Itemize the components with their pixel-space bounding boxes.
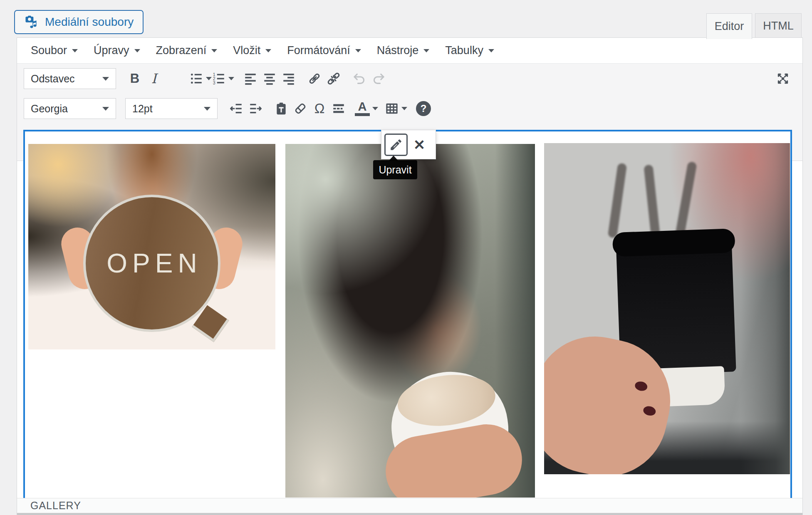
help-button[interactable]: ?: [414, 98, 433, 119]
outdent-button[interactable]: [227, 98, 246, 119]
bold-button[interactable]: B: [125, 68, 144, 89]
edit-tooltip: Upravit: [373, 160, 417, 179]
text-color-icon: A: [355, 101, 370, 116]
indent-button[interactable]: [246, 98, 265, 119]
tab-editor-label: Editor: [715, 20, 744, 33]
toolbar-separator: [348, 109, 355, 109]
menu-format[interactable]: Formátování: [279, 44, 369, 57]
gallery-image-cup-window[interactable]: [544, 143, 790, 474]
font-family-select[interactable]: Georgia: [24, 98, 116, 119]
open-sign-tail: [192, 305, 229, 342]
font-size-select[interactable]: 12pt: [125, 98, 218, 119]
menu-view[interactable]: Zobrazení: [148, 44, 225, 57]
italic-button[interactable]: I: [144, 68, 163, 89]
remove-gallery-button[interactable]: ✕: [408, 134, 431, 156]
gallery-image-open-sign[interactable]: OPEN: [28, 144, 275, 349]
svg-text:3: 3: [213, 80, 215, 85]
paste-as-text-button[interactable]: [272, 98, 291, 119]
special-char-button[interactable]: Ω: [310, 98, 329, 119]
text-color-button[interactable]: A: [355, 98, 378, 119]
bullet-list-button[interactable]: [189, 68, 212, 89]
align-center-icon: [262, 72, 277, 86]
align-left-icon: [243, 72, 257, 86]
help-icon: ?: [416, 101, 431, 116]
cream-shape: [395, 370, 498, 431]
open-sign-circle: OPEN: [83, 195, 220, 332]
menu-edit-label: Úpravy: [94, 44, 129, 57]
resize-handle[interactable]: [17, 513, 802, 515]
chevron-down-icon: [211, 49, 217, 52]
read-more-icon: [332, 102, 346, 116]
menu-file[interactable]: Soubor: [23, 44, 86, 57]
indent-icon: [248, 102, 262, 116]
toolbar-row-2: Georgia 12pt: [17, 94, 802, 124]
align-right-button[interactable]: [279, 68, 298, 89]
menu-insert[interactable]: Vložit: [225, 44, 279, 57]
eraser-icon: [293, 102, 307, 116]
menu-tables[interactable]: Tabulky: [437, 44, 502, 57]
menu-edit[interactable]: Úpravy: [86, 44, 148, 57]
add-media-button[interactable]: Mediální soubory: [14, 10, 144, 34]
redo-button[interactable]: [369, 68, 388, 89]
classic-editor: Soubor Úpravy Zobrazení Vložit Formátová…: [17, 37, 803, 515]
chevron-down-icon: [72, 49, 78, 52]
font-size-value: 12pt: [132, 103, 153, 115]
menu-file-label: Soubor: [31, 44, 67, 57]
font-family-value: Georgia: [31, 103, 68, 115]
fullscreen-icon: [776, 72, 790, 86]
chevron-down-icon: [206, 77, 212, 80]
menu-format-label: Formátování: [287, 44, 350, 57]
wpview-toolbar: ✕: [381, 130, 436, 159]
nail-shape: [642, 405, 656, 417]
read-more-button[interactable]: [329, 98, 348, 119]
undo-icon: [352, 72, 366, 86]
fog-streak: [675, 161, 697, 238]
chevron-down-icon: [265, 49, 271, 52]
blockquote-icon: “: [166, 72, 180, 86]
tooltip-label: Upravit: [379, 164, 411, 176]
unlink-button[interactable]: [324, 68, 343, 89]
statusbar: GALLERY: [17, 498, 802, 513]
tab-editor[interactable]: Editor: [706, 13, 752, 39]
bullet-list-icon: [189, 72, 203, 86]
chevron-down-icon: [134, 49, 140, 52]
chevron-down-icon: [488, 49, 494, 52]
chevron-down-icon: [204, 107, 210, 111]
tab-html[interactable]: HTML: [755, 13, 802, 38]
edit-gallery-button[interactable]: [384, 134, 408, 156]
undo-button[interactable]: [350, 68, 369, 89]
gallery-wpview-selected[interactable]: OPEN: [23, 130, 792, 498]
numbered-list-button[interactable]: 1 2 3: [212, 68, 234, 89]
toolbar-separator: [378, 109, 385, 109]
nail-shape: [634, 380, 648, 392]
chevron-down-icon: [372, 107, 378, 110]
remove-format-button[interactable]: [291, 98, 310, 119]
table-button[interactable]: [385, 98, 407, 119]
align-center-button[interactable]: [260, 68, 279, 89]
menu-insert-label: Vložit: [233, 44, 260, 57]
menu-view-label: Zobrazení: [156, 44, 207, 57]
tab-html-label: HTML: [763, 20, 794, 32]
chevron-down-icon: [401, 107, 407, 110]
redo-icon: [371, 72, 386, 86]
blockquote-button[interactable]: “: [163, 68, 183, 89]
gallery-image-coffee-drinker[interactable]: [285, 144, 535, 498]
toolbar-row-1: Odstavec B I “: [17, 64, 802, 94]
element-path-label[interactable]: GALLERY: [30, 500, 81, 512]
outdent-icon: [229, 102, 243, 116]
fullscreen-button[interactable]: [773, 68, 792, 89]
toolbar-separator: [343, 79, 350, 79]
numbered-list-icon: 1 2 3: [212, 72, 226, 86]
align-left-button[interactable]: [241, 68, 260, 89]
toolbar-separator: [183, 79, 189, 79]
menu-tables-label: Tabulky: [445, 44, 483, 57]
menu-tools[interactable]: Nástroje: [369, 44, 438, 57]
block-format-select[interactable]: Odstavec: [24, 68, 116, 89]
block-format-value: Odstavec: [31, 73, 75, 85]
link-button[interactable]: [305, 68, 324, 89]
toolbar-separator: [407, 109, 414, 109]
fog-streak: [608, 163, 627, 238]
fog-streak: [644, 164, 660, 235]
chevron-down-icon: [102, 107, 109, 111]
chevron-down-icon: [355, 49, 361, 52]
